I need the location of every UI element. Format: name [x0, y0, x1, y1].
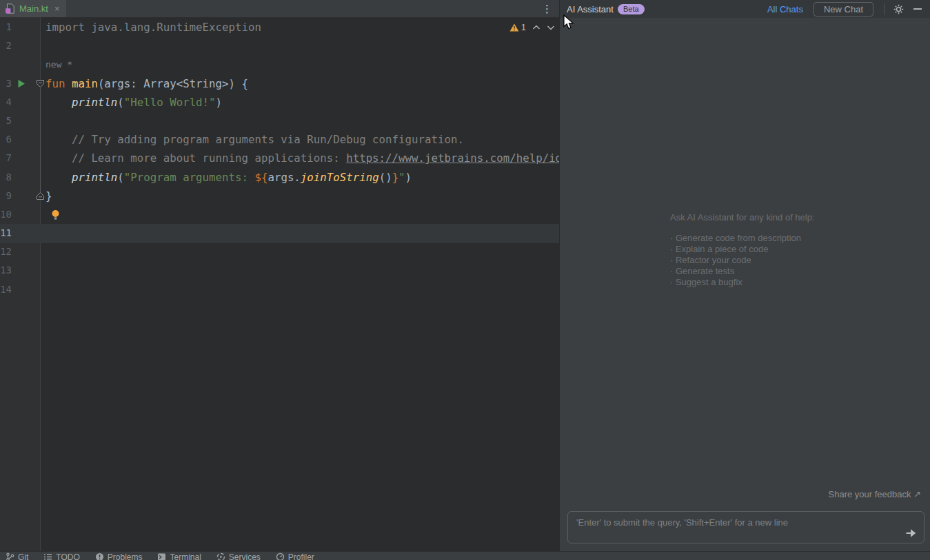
statusbar-items: GitTODOProblemsTerminalServicesProfiler: [6, 552, 330, 560]
code-line[interactable]: import java.lang.RuntimeException: [46, 18, 559, 37]
code-line[interactable]: // Try adding program arguments via Run/…: [46, 130, 559, 149]
gutter-line-number: [0, 55, 12, 74]
statusbar-item-terminal[interactable]: Terminal: [157, 552, 201, 560]
statusbar-item-label: Problems: [108, 552, 143, 560]
statusbar-item-todo[interactable]: TODO: [43, 552, 79, 560]
statusbar: GitTODOProblemsTerminalServicesProfiler: [0, 551, 930, 560]
gutter-line-number: 5: [0, 112, 12, 130]
git-branch-icon: [6, 552, 14, 560]
statusbar-item-profiler[interactable]: Profiler: [276, 552, 314, 560]
next-problem-chevron-down-icon[interactable]: [547, 25, 555, 30]
editor-area: Main.kt × ⋮ 1234567891011121314 import j…: [0, 0, 559, 551]
gear-icon[interactable]: [893, 4, 904, 14]
code-line[interactable]: fun main(args: Array<String>) {: [46, 74, 559, 93]
ai-help-item: · Explain a piece of code: [670, 244, 815, 255]
gutter-line-number: 6: [0, 130, 12, 149]
code-line[interactable]: [46, 224, 559, 242]
hide-panel-icon[interactable]: [913, 8, 922, 10]
ai-query-input[interactable]: [568, 512, 924, 543]
statusbar-item-problems[interactable]: Problems: [95, 552, 143, 560]
ai-query-input-wrap: [567, 511, 924, 543]
ai-assistant-header: AI Assistant Beta All Chats New Chat: [560, 0, 930, 18]
kotlin-file-icon: [5, 3, 15, 14]
editor-more-options-icon[interactable]: ⋮: [542, 0, 552, 17]
ai-help-item: · Suggest a bugfix: [670, 277, 815, 288]
gutter-line-number: 12: [0, 242, 12, 261]
gutter-line-number: 3: [0, 74, 12, 93]
all-chats-link[interactable]: All Chats: [767, 4, 803, 14]
send-icon[interactable]: [905, 528, 917, 538]
ide-window: Main.kt × ⋮ 1234567891011121314 import j…: [0, 0, 930, 560]
tab-close-icon[interactable]: ×: [54, 4, 60, 13]
statusbar-item-label: Terminal: [170, 552, 201, 560]
statusbar-item-label: Git: [18, 552, 28, 560]
gutter-line-number: 1: [0, 18, 12, 37]
statusbar-item-label: Profiler: [288, 552, 314, 560]
ai-assistant-title: AI Assistant: [567, 4, 614, 14]
ai-help-item: · Refactor your code: [670, 255, 815, 266]
code-lines[interactable]: import java.lang.RuntimeExceptionnew *fu…: [46, 18, 559, 299]
code-line[interactable]: [46, 37, 559, 55]
ai-assistant-panel: AI Assistant Beta All Chats New Chat Ask…: [559, 0, 930, 551]
todo-list-icon: [43, 552, 52, 560]
statusbar-item-label: TODO: [56, 552, 79, 560]
tab-main-kt[interactable]: Main.kt ×: [0, 0, 66, 17]
intention-bulb-icon[interactable]: [51, 209, 60, 220]
code-line[interactable]: [46, 261, 559, 280]
tab-label: Main.kt: [19, 3, 48, 14]
statusbar-item-label: Services: [229, 552, 261, 560]
warning-icon: [509, 23, 519, 32]
run-gutter-icon[interactable]: [17, 79, 26, 88]
gutter-line-number: 2: [0, 37, 12, 55]
gutter-numbers: 1234567891011121314: [0, 18, 12, 299]
gutter-line-number: 8: [0, 168, 12, 187]
statusbar-item-services[interactable]: Services: [216, 552, 261, 560]
previous-problem-chevron-up-icon[interactable]: [532, 25, 540, 30]
ai-help-item: · Generate tests: [670, 266, 815, 277]
code-line[interactable]: [46, 112, 559, 130]
code-line[interactable]: // Learn more about running applications…: [46, 149, 559, 167]
inspections-widget[interactable]: 1: [509, 22, 555, 32]
ai-help-item: · Generate code from description: [670, 233, 815, 244]
editor-tab-bar: Main.kt × ⋮: [0, 0, 559, 17]
share-feedback-link[interactable]: Share your feedback ↗: [829, 489, 921, 499]
code-line[interactable]: println("Program arguments: ${args.joinT…: [46, 168, 559, 187]
gutter-line-number: 10: [0, 205, 12, 224]
gutter-line-number: 4: [0, 93, 12, 112]
fold-connector-line: [40, 88, 41, 192]
gutter-line-number: 13: [0, 261, 12, 280]
ai-help-title: Ask AI Assistant for any kind of help:: [670, 212, 815, 222]
terminal-icon: [157, 552, 166, 560]
gutter-line-number: 14: [0, 280, 12, 299]
new-chat-button[interactable]: New Chat: [813, 2, 873, 17]
profiler-icon: [276, 552, 285, 560]
gutter-line-number: 9: [0, 187, 12, 205]
problems-icon: [95, 552, 104, 560]
code-line[interactable]: [46, 242, 559, 261]
code-line[interactable]: [46, 280, 559, 299]
beta-badge: Beta: [618, 4, 645, 14]
gutter-line-number: 7: [0, 149, 12, 167]
fold-marker-open-icon[interactable]: [36, 79, 45, 88]
services-icon: [216, 552, 225, 560]
code-editor[interactable]: 1234567891011121314 import java.lang.Run…: [0, 17, 559, 551]
ai-help-block: Ask AI Assistant for any kind of help: ·…: [670, 212, 815, 288]
gutter-line-number: 11: [0, 224, 12, 242]
warning-count: 1: [521, 22, 526, 32]
ai-help-list: · Generate code from description· Explai…: [670, 233, 815, 288]
statusbar-item-git[interactable]: Git: [6, 552, 28, 560]
header-divider: [884, 3, 884, 14]
code-line[interactable]: }: [46, 187, 559, 205]
code-line[interactable]: [46, 205, 559, 224]
code-line[interactable]: println("Hello World!"): [46, 93, 559, 112]
inline-hint[interactable]: new *: [46, 55, 559, 74]
fold-marker-close-icon[interactable]: [36, 191, 45, 200]
